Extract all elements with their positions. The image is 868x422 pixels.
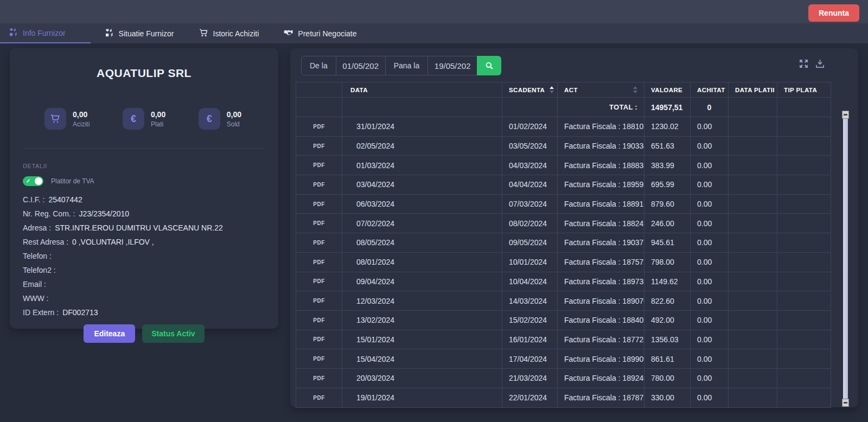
column-header-tip-plata[interactable]: TIP PLATA [777, 82, 831, 97]
tab-info-furnizor[interactable]: Info Furnizor [0, 23, 91, 43]
cell-valoare: 492.00 [644, 311, 691, 330]
pdf-button[interactable]: PDF [313, 220, 325, 226]
pdf-button[interactable]: PDF [313, 298, 325, 304]
expand-button[interactable] [799, 59, 808, 70]
pdf-button[interactable]: PDF [313, 143, 325, 149]
pdf-button[interactable]: PDF [313, 395, 325, 401]
column-header-act[interactable]: ACT [558, 82, 644, 97]
column-header-scadenta[interactable]: SCADENTA [502, 82, 558, 97]
cell-achitat: 0.00 [691, 291, 729, 310]
stat-label: Plati [151, 120, 165, 128]
pdf-button[interactable]: PDF [313, 336, 325, 342]
supplier-name: AQUATULIP SRL [23, 67, 265, 80]
cell-scadenta: 10/01/2024 [502, 253, 558, 272]
cell-tip-plata [777, 233, 831, 252]
cell-data: 08/01/2024 [342, 253, 502, 272]
cell-valoare: 798.00 [644, 253, 691, 272]
cell-act: Factura Fiscala : 189593 [558, 175, 644, 194]
cell-valoare: 1356.03 [644, 330, 691, 349]
table-body: PDF 31/01/2024 01/02/2024 Factura Fiscal… [296, 117, 831, 407]
tabbar: Info Furnizor Situatie Furnizor Istoric … [0, 23, 868, 43]
vat-toggle[interactable]: ✓ [23, 176, 43, 186]
cell-tip-plata [777, 156, 831, 175]
column-header-achitat[interactable]: ACHITAT [691, 82, 729, 97]
pdf-button[interactable]: PDF [313, 317, 325, 323]
sort-desc-icon [550, 91, 554, 93]
cell-tip-plata [777, 388, 831, 408]
pdf-button[interactable]: PDF [313, 259, 325, 265]
cell-valoare: 861.61 [644, 349, 691, 368]
pdf-button[interactable]: PDF [313, 240, 325, 246]
tab-situatie-furnizor[interactable]: Situatie Furnizor [94, 23, 185, 43]
sort-asc-icon [633, 86, 637, 89]
pdf-button[interactable]: PDF [313, 162, 325, 168]
pdf-button[interactable]: PDF [313, 356, 325, 362]
table-row: PDF 02/05/2024 03/05/2024 Factura Fiscal… [296, 137, 831, 156]
vat-toggle-row: ✓ Platitor de TVA [23, 176, 265, 186]
pdf-button[interactable]: PDF [313, 201, 325, 207]
scrollbar-handle-top[interactable] [842, 111, 849, 119]
cell-act: Factura Fiscala : 187724 [558, 330, 644, 349]
date-to-input[interactable] [427, 56, 477, 75]
pdf-button[interactable]: PDF [313, 278, 325, 284]
editeaza-button[interactable]: Editeaza [84, 324, 135, 343]
stat-sold: € 0,00 Sold [199, 108, 241, 130]
cell-tip-plata [777, 330, 831, 349]
column-header-valoare[interactable]: VALOARE [644, 82, 691, 97]
search-icon [485, 61, 494, 70]
table-row: PDF 09/04/2024 10/04/2024 Factura Fiscal… [296, 272, 831, 292]
cell-data-platii [729, 369, 777, 388]
cell-scadenta: 14/03/2024 [502, 291, 558, 310]
date-to-label: Pana la [385, 56, 428, 75]
search-button[interactable] [477, 56, 501, 75]
date-from-input[interactable] [336, 56, 386, 75]
total-valoare: 14957,51 [644, 98, 691, 117]
cell-achitat: 0.00 [691, 156, 729, 175]
cell-act: Factura Fiscala : 187872 [558, 388, 644, 408]
renunta-button[interactable]: Renunta [808, 4, 859, 22]
tab-istoric-achiziti[interactable]: Istoric Achiziti [188, 23, 270, 43]
sort-asc-icon [550, 86, 554, 89]
cell-scadenta: 17/04/2024 [502, 349, 558, 368]
cell-valoare: 695.99 [644, 175, 691, 194]
field-adresa: Adresa :STR.INTR.EROU DUMITRU VLASCEANU … [23, 223, 265, 232]
stat-label: Sold [227, 120, 241, 128]
cell-achitat: 0.00 [691, 137, 729, 156]
pdf-button[interactable]: PDF [313, 124, 325, 130]
cell-act: Factura Fiscala : 188249 [558, 214, 644, 233]
table-total-row: TOTAL : 14957,51 0 [296, 98, 831, 117]
cell-tip-plata [777, 272, 831, 291]
table-row: PDF 19/01/2024 22/01/2024 Factura Fiscal… [296, 388, 831, 408]
field-nr-reg-com: Nr. Reg. Com. :J23/2354/2010 [23, 209, 265, 218]
cell-data-platii [729, 117, 777, 136]
cell-data-platii [729, 156, 777, 175]
table-row: PDF 31/01/2024 01/02/2024 Factura Fiscal… [296, 117, 831, 137]
cell-valoare: 246.00 [644, 214, 691, 233]
euro-icon: € [123, 108, 144, 130]
cell-data: 12/03/2024 [342, 291, 502, 310]
download-icon [815, 59, 825, 68]
scrollbar-handle-bottom[interactable] [842, 399, 849, 407]
column-header-data-platii[interactable]: DATA PLATII [729, 82, 777, 97]
cell-achitat: 0.00 [691, 175, 729, 194]
table-row: PDF 07/02/2024 08/02/2024 Factura Fiscal… [296, 214, 831, 233]
cell-data-platii [729, 291, 777, 310]
field-email: Email : [23, 280, 265, 289]
column-header-data[interactable]: DATA [342, 82, 502, 97]
sort-icons[interactable] [633, 86, 637, 93]
table-scrollbar[interactable] [843, 112, 848, 405]
pdf-button[interactable]: PDF [313, 182, 325, 188]
tab-preturi-negociate[interactable]: Preturi Negociate [273, 23, 367, 43]
table-header-row: DATA SCADENTA ACT VALOARE ACHITAT DATA P… [296, 82, 831, 98]
status-activ-button[interactable]: Status Activ [142, 324, 204, 343]
cell-act: Factura Fiscala : 190373 [558, 233, 644, 252]
cell-scadenta: 04/03/2024 [502, 156, 558, 175]
cell-tip-plata [777, 117, 831, 136]
cell-scadenta: 09/05/2024 [502, 233, 558, 252]
table-row: PDF 20/03/2024 21/03/2024 Factura Fiscal… [296, 369, 831, 388]
download-button[interactable] [815, 59, 825, 70]
cell-data-platii [729, 214, 777, 233]
panel-top: De la Pana la [296, 54, 853, 82]
sort-icons[interactable] [550, 86, 554, 93]
pdf-button[interactable]: PDF [313, 375, 325, 381]
